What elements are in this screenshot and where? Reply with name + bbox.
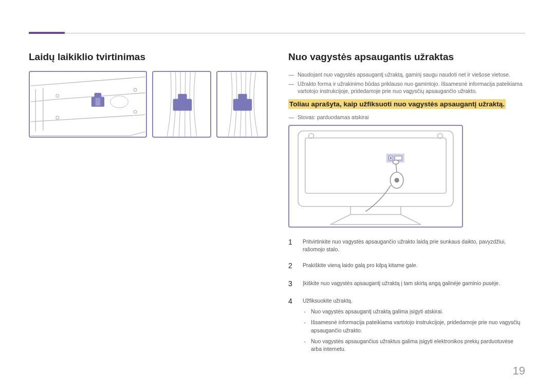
steps-list: 1 Pritvirtinkite nuo vagystės apsauganči…	[288, 237, 525, 356]
left-heading: Laidų laikiklio tvirtinimas	[29, 51, 268, 63]
top-rule	[29, 33, 525, 33]
sub-row: - Nuo vagystės apsaugantį užraktą galima…	[303, 308, 525, 315]
page-content: Laidų laikiklio tvirtinimas	[29, 51, 525, 363]
step-text: Įkiškite nuo vagystės apsaugantį užraktą…	[303, 278, 525, 289]
sub-text: Nuo vagystės apsaugantį užraktą galima į…	[311, 308, 443, 315]
accent-bar	[29, 32, 65, 34]
step-number: 1	[288, 237, 295, 253]
svg-point-0	[56, 95, 59, 98]
svg-rect-9	[178, 94, 187, 100]
left-diagrams	[29, 71, 268, 138]
right-column: Nuo vagystės apsaugantis užraktas ― Naud…	[288, 51, 525, 363]
step-text: Pritvirtinkite nuo vagystės apsaugančio …	[303, 237, 525, 253]
svg-rect-6	[96, 98, 101, 106]
hyphen-marker: -	[303, 338, 307, 353]
svg-point-22	[395, 178, 399, 182]
left-column: Laidų laikiklio tvirtinimas	[29, 51, 268, 363]
stand-note: ― Stovas: parduodamas atskirai	[288, 114, 525, 121]
intro-notes: ― Naudojant nuo vagystės apsaugantį užra…	[288, 71, 525, 95]
note-row: ― Stovas: parduodamas atskirai	[288, 114, 525, 121]
step-text-with-subs: Užfiksuokite užraktą. - Nuo vagystės aps…	[303, 296, 525, 356]
cable-clip-icon	[91, 93, 104, 107]
sub-row: - Nuo vagystės apsaugančius užraktus gal…	[303, 338, 525, 353]
step-text: Užfiksuokite užraktą.	[303, 297, 353, 304]
svg-antitheft	[289, 126, 462, 227]
step-number: 2	[288, 260, 295, 271]
sub-list: - Nuo vagystės apsaugantį užraktą galima…	[303, 308, 525, 353]
hyphen-marker: -	[303, 319, 307, 334]
note-text: Užrakto forma ir užrakinimo būdas prikla…	[298, 80, 525, 95]
sub-row: - Išsamesnė informacija pateikiama varto…	[303, 319, 525, 334]
diagram-cable-holder-back	[29, 71, 147, 138]
step-row: 3 Įkiškite nuo vagystės apsaugantį užrak…	[288, 278, 525, 289]
note-text: Stovas: parduodamas atskirai	[298, 114, 525, 121]
svg-rect-5	[95, 93, 102, 98]
step-row: 4 Užfiksuokite užraktą. - Nuo vagystės a…	[288, 296, 525, 356]
dash-marker: ―	[288, 80, 294, 95]
step-row: 1 Pritvirtinkite nuo vagystės apsauganči…	[288, 237, 525, 253]
note-row: ― Naudojant nuo vagystės apsaugantį užra…	[288, 71, 525, 78]
svg-point-21	[393, 160, 399, 164]
step-row: 2 Prakiškite vieną laido galą pro kilpą …	[288, 260, 525, 271]
svg-rect-13	[305, 138, 446, 193]
svg-rect-11	[238, 94, 247, 100]
svg-point-3	[134, 110, 137, 114]
svg-point-7	[110, 96, 128, 108]
highlighted-heading: Toliau aprašyta, kaip užfiksuoti nuo vag…	[288, 99, 506, 109]
dash-marker: ―	[288, 114, 294, 121]
svg-rect-19	[395, 156, 402, 160]
diagram-antitheft-lock	[288, 125, 463, 228]
diagram-cables-bundled-2	[216, 71, 268, 138]
svg-bundle-2	[217, 72, 267, 137]
step-text: Prakiškite vieną laido galą pro kilpą ki…	[303, 260, 525, 271]
svg-rect-12	[298, 131, 453, 207]
cable-clip-icon	[233, 94, 252, 111]
page-number: 19	[513, 364, 525, 378]
note-row: ― Užrakto forma ir užrakinimo būdas prik…	[288, 80, 525, 95]
svg-point-2	[134, 88, 137, 91]
sub-text: Nuo vagystės apsaugančius užraktus galim…	[311, 338, 525, 353]
svg-rect-8	[173, 99, 192, 110]
highlight-row: Toliau aprašyta, kaip užfiksuoti nuo vag…	[288, 99, 525, 109]
right-heading: Nuo vagystės apsaugantis užraktas	[288, 51, 525, 63]
svg-rect-10	[233, 99, 252, 110]
hyphen-marker: -	[303, 308, 307, 315]
svg-point-18	[390, 157, 392, 159]
note-text: Naudojant nuo vagystės apsaugantį užrakt…	[298, 71, 525, 78]
step-number: 4	[288, 296, 295, 356]
svg-point-1	[56, 116, 59, 119]
dash-marker: ―	[288, 71, 294, 78]
sub-text: Išsamesnė informacija pateikiama vartoto…	[311, 319, 525, 334]
lock-device-icon	[365, 160, 403, 212]
diagram-cables-bundled-1	[152, 71, 211, 138]
svg-cable-back	[30, 72, 146, 137]
svg-bundle-1	[153, 72, 210, 137]
step-number: 3	[288, 278, 295, 289]
